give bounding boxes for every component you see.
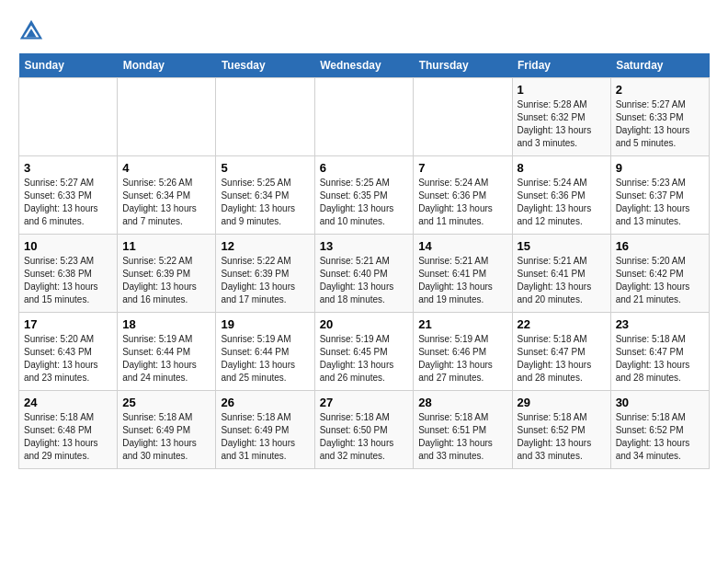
calendar-cell: 9Sunrise: 5:23 AMSunset: 6:37 PMDaylight… [610,156,709,235]
day-number: 7 [418,161,506,175]
calendar-cell: 21Sunrise: 5:19 AMSunset: 6:46 PMDayligh… [414,313,512,391]
page-header [18,18,710,44]
calendar-cell: 7Sunrise: 5:24 AMSunset: 6:36 PMDaylight… [414,156,512,235]
calendar-cell: 22Sunrise: 5:18 AMSunset: 6:47 PMDayligh… [512,313,610,391]
calendar-cell: 30Sunrise: 5:18 AMSunset: 6:52 PMDayligh… [610,391,709,469]
day-info: Sunrise: 5:19 AMSunset: 6:45 PMDaylight:… [320,333,409,385]
calendar-week-row: 24Sunrise: 5:18 AMSunset: 6:48 PMDayligh… [19,391,710,469]
day-number: 2 [616,83,704,97]
day-number: 9 [616,161,704,175]
day-number: 12 [221,239,309,253]
day-number: 8 [518,161,606,175]
day-number: 21 [418,317,506,331]
calendar-cell: 25Sunrise: 5:18 AMSunset: 6:49 PMDayligh… [118,391,216,469]
day-number: 24 [24,396,112,409]
calendar-cell: 26Sunrise: 5:18 AMSunset: 6:49 PMDayligh… [216,391,314,469]
calendar-cell: 11Sunrise: 5:22 AMSunset: 6:39 PMDayligh… [118,235,216,313]
day-number: 27 [320,396,409,409]
calendar-cell: 5Sunrise: 5:25 AMSunset: 6:34 PMDaylight… [216,156,314,235]
day-info: Sunrise: 5:25 AMSunset: 6:34 PMDaylight:… [221,177,309,228]
calendar-cell [216,78,314,156]
day-info: Sunrise: 5:20 AMSunset: 6:43 PMDaylight:… [24,333,112,385]
weekday-header: Monday [118,53,216,78]
calendar-week-row: 1Sunrise: 5:28 AMSunset: 6:32 PMDaylight… [19,78,710,156]
day-info: Sunrise: 5:19 AMSunset: 6:44 PMDaylight:… [122,333,210,385]
day-info: Sunrise: 5:18 AMSunset: 6:52 PMDaylight:… [518,411,606,463]
day-number: 11 [122,239,210,253]
calendar-cell [414,78,512,156]
day-number: 28 [418,396,506,409]
day-info: Sunrise: 5:19 AMSunset: 6:44 PMDaylight:… [221,333,309,385]
calendar-week-row: 17Sunrise: 5:20 AMSunset: 6:43 PMDayligh… [19,313,710,391]
day-number: 20 [320,317,409,331]
day-number: 5 [221,161,309,175]
calendar-cell: 27Sunrise: 5:18 AMSunset: 6:50 PMDayligh… [314,391,414,469]
day-number: 19 [221,317,309,331]
day-number: 18 [122,317,210,331]
calendar-body: 1Sunrise: 5:28 AMSunset: 6:32 PMDaylight… [19,78,710,469]
day-info: Sunrise: 5:27 AMSunset: 6:33 PMDaylight:… [616,98,704,150]
day-info: Sunrise: 5:18 AMSunset: 6:51 PMDaylight:… [418,411,506,463]
weekday-header: Sunday [19,53,118,78]
day-info: Sunrise: 5:18 AMSunset: 6:52 PMDaylight:… [616,411,704,463]
calendar-cell: 28Sunrise: 5:18 AMSunset: 6:51 PMDayligh… [414,391,512,469]
calendar-cell [314,78,414,156]
calendar-cell [118,78,216,156]
calendar-cell: 6Sunrise: 5:25 AMSunset: 6:35 PMDaylight… [314,156,414,235]
day-info: Sunrise: 5:22 AMSunset: 6:39 PMDaylight:… [122,255,210,306]
day-number: 30 [616,396,704,409]
calendar-week-row: 3Sunrise: 5:27 AMSunset: 6:33 PMDaylight… [19,156,710,235]
calendar-cell: 18Sunrise: 5:19 AMSunset: 6:44 PMDayligh… [118,313,216,391]
day-info: Sunrise: 5:25 AMSunset: 6:35 PMDaylight:… [320,177,409,228]
day-number: 1 [518,83,606,97]
calendar-cell: 3Sunrise: 5:27 AMSunset: 6:33 PMDaylight… [19,156,118,235]
calendar-cell [19,78,118,156]
logo-icon [18,18,44,44]
day-number: 16 [616,239,704,253]
weekday-header: Friday [512,53,610,78]
logo [18,18,48,44]
calendar-cell: 14Sunrise: 5:21 AMSunset: 6:41 PMDayligh… [414,235,512,313]
weekday-header: Wednesday [314,53,414,78]
calendar-cell: 1Sunrise: 5:28 AMSunset: 6:32 PMDaylight… [512,78,610,156]
day-number: 13 [320,239,409,253]
day-info: Sunrise: 5:18 AMSunset: 6:48 PMDaylight:… [24,411,112,463]
calendar-week-row: 10Sunrise: 5:23 AMSunset: 6:38 PMDayligh… [19,235,710,313]
day-info: Sunrise: 5:18 AMSunset: 6:47 PMDaylight:… [616,333,704,385]
day-info: Sunrise: 5:21 AMSunset: 6:41 PMDaylight:… [418,255,506,306]
calendar-cell: 4Sunrise: 5:26 AMSunset: 6:34 PMDaylight… [118,156,216,235]
calendar-cell: 15Sunrise: 5:21 AMSunset: 6:41 PMDayligh… [512,235,610,313]
day-number: 4 [122,161,210,175]
calendar-cell: 29Sunrise: 5:18 AMSunset: 6:52 PMDayligh… [512,391,610,469]
day-number: 23 [616,317,704,331]
day-info: Sunrise: 5:18 AMSunset: 6:47 PMDaylight:… [518,333,606,385]
calendar-cell: 2Sunrise: 5:27 AMSunset: 6:33 PMDaylight… [610,78,709,156]
day-number: 17 [24,317,112,331]
day-number: 26 [221,396,309,409]
day-info: Sunrise: 5:23 AMSunset: 6:38 PMDaylight:… [24,255,112,306]
day-number: 6 [320,161,409,175]
day-info: Sunrise: 5:18 AMSunset: 6:49 PMDaylight:… [122,411,210,463]
calendar-cell: 10Sunrise: 5:23 AMSunset: 6:38 PMDayligh… [19,235,118,313]
day-info: Sunrise: 5:18 AMSunset: 6:49 PMDaylight:… [221,411,309,463]
calendar-cell: 16Sunrise: 5:20 AMSunset: 6:42 PMDayligh… [610,235,709,313]
day-info: Sunrise: 5:19 AMSunset: 6:46 PMDaylight:… [418,333,506,385]
calendar-cell: 23Sunrise: 5:18 AMSunset: 6:47 PMDayligh… [610,313,709,391]
day-info: Sunrise: 5:20 AMSunset: 6:42 PMDaylight:… [616,255,704,306]
day-info: Sunrise: 5:26 AMSunset: 6:34 PMDaylight:… [122,177,210,228]
day-number: 10 [24,239,112,253]
day-info: Sunrise: 5:23 AMSunset: 6:37 PMDaylight:… [616,177,704,228]
weekday-header: Thursday [414,53,512,78]
day-info: Sunrise: 5:18 AMSunset: 6:50 PMDaylight:… [320,411,409,463]
weekday-header: Saturday [610,53,709,78]
calendar-cell: 12Sunrise: 5:22 AMSunset: 6:39 PMDayligh… [216,235,314,313]
day-info: Sunrise: 5:22 AMSunset: 6:39 PMDaylight:… [221,255,309,306]
day-info: Sunrise: 5:27 AMSunset: 6:33 PMDaylight:… [24,177,112,228]
day-number: 29 [518,396,606,409]
calendar-cell: 8Sunrise: 5:24 AMSunset: 6:36 PMDaylight… [512,156,610,235]
day-number: 25 [122,396,210,409]
day-number: 15 [518,239,606,253]
calendar-table: SundayMondayTuesdayWednesdayThursdayFrid… [18,53,710,469]
day-info: Sunrise: 5:28 AMSunset: 6:32 PMDaylight:… [518,98,606,150]
day-info: Sunrise: 5:21 AMSunset: 6:40 PMDaylight:… [320,255,409,306]
